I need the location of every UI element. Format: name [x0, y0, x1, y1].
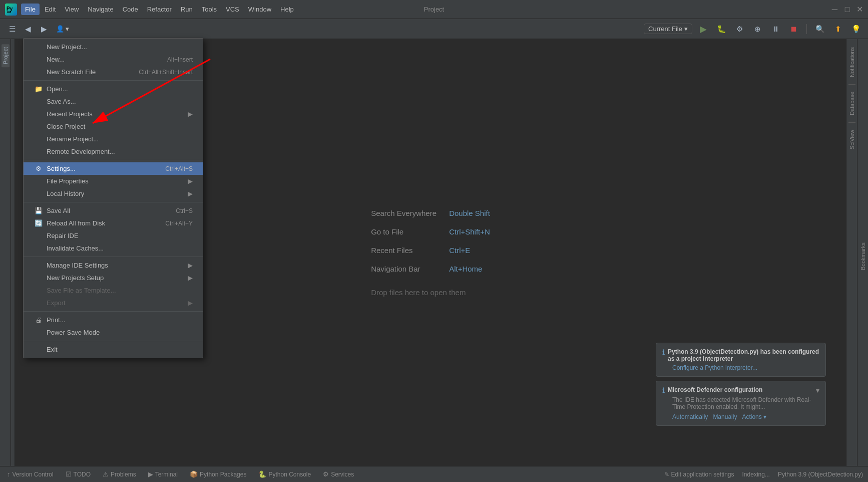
dropdown-overlay[interactable]: New Project... New... Alt+Insert New Scr… [0, 19, 868, 482]
menu-tools[interactable]: Tools [198, 4, 221, 15]
menu-local-history[interactable]: Local History ▶ [24, 187, 203, 200]
menu-edit[interactable]: Edit [41, 4, 60, 15]
menu-reload-all[interactable]: 🔄 Reload All from Disk Ctrl+Alt+Y [24, 217, 203, 229]
separator-5 [24, 311, 203, 312]
menu-remote-development[interactable]: Remote Development... [24, 145, 203, 158]
menu-file-properties[interactable]: File Properties ▶ [24, 175, 203, 187]
window-controls: ─ □ ✕ [831, 6, 863, 13]
window-title: Project [424, 6, 444, 13]
menu-view[interactable]: View [61, 4, 83, 15]
new-projects-setup-arrow: ▶ [188, 274, 193, 282]
menu-rename-project[interactable]: Rename Project... [24, 133, 203, 145]
save-all-icon: 💾 [34, 207, 44, 214]
print-icon: 🖨 [34, 316, 44, 324]
menu-save-all[interactable]: 💾 Save All Ctrl+S [24, 204, 203, 217]
menu-open[interactable]: 📁 Open... [24, 83, 203, 95]
separator-4 [24, 257, 203, 257]
separator-3 [24, 202, 203, 202]
menu-file[interactable]: File [21, 4, 40, 15]
maximize-button[interactable]: □ [844, 6, 850, 13]
open-icon: 📁 [34, 85, 44, 93]
title-bar: Py File Edit View Navigate Code Refactor… [0, 0, 868, 19]
menu-run[interactable]: Run [177, 4, 197, 15]
menu-export: Export ▶ [24, 297, 203, 309]
minimize-button[interactable]: ─ [831, 6, 838, 13]
menu-print[interactable]: 🖨 Print... [24, 314, 203, 326]
svg-rect-1 [7, 12, 11, 13]
menu-exit[interactable]: Exit [24, 343, 203, 356]
menu-repair-ide[interactable]: Repair IDE [24, 229, 203, 242]
export-arrow: ▶ [188, 299, 193, 307]
separator-6 [24, 341, 203, 341]
svg-text:Py: Py [7, 6, 13, 12]
menu-new[interactable]: New... Alt+Insert [24, 53, 203, 66]
menu-code[interactable]: Code [119, 4, 142, 15]
manage-ide-arrow: ▶ [188, 262, 193, 269]
menu-refactor[interactable]: Refactor [143, 4, 176, 15]
separator-2 [24, 160, 203, 160]
menu-navigate[interactable]: Navigate [84, 4, 117, 15]
menu-save-file-template: Save File as Template... [24, 284, 203, 297]
reload-icon: 🔄 [34, 219, 44, 227]
menu-power-save-mode[interactable]: Power Save Mode [24, 326, 203, 339]
menu-vcs[interactable]: VCS [222, 4, 243, 15]
menu-save-as[interactable]: Save As... [24, 95, 203, 108]
menu-close-project[interactable]: Close Project [24, 120, 203, 133]
file-menu: New Project... New... Alt+Insert New Scr… [23, 38, 203, 358]
menu-window[interactable]: Window [244, 4, 275, 15]
menu-new-scratch[interactable]: New Scratch File Ctrl+Alt+Shift+Insert [24, 66, 203, 78]
local-history-arrow: ▶ [188, 190, 193, 197]
file-properties-arrow: ▶ [188, 177, 193, 185]
menu-invalidate-caches[interactable]: Invalidate Caches... [24, 242, 203, 255]
recent-projects-arrow: ▶ [188, 110, 193, 118]
menu-recent-projects[interactable]: Recent Projects ▶ [24, 108, 203, 120]
close-button[interactable]: ✕ [856, 6, 863, 13]
menu-new-projects-setup[interactable]: New Projects Setup ▶ [24, 272, 203, 284]
menu-settings[interactable]: ⚙ Settings... Ctrl+Alt+S [24, 162, 203, 175]
menu-help[interactable]: Help [276, 4, 298, 15]
settings-icon: ⚙ [34, 165, 44, 172]
menu-new-project[interactable]: New Project... [24, 41, 203, 53]
app-logo: Py [5, 4, 17, 16]
separator-1 [24, 80, 203, 81]
menu-manage-ide-settings[interactable]: Manage IDE Settings ▶ [24, 259, 203, 272]
